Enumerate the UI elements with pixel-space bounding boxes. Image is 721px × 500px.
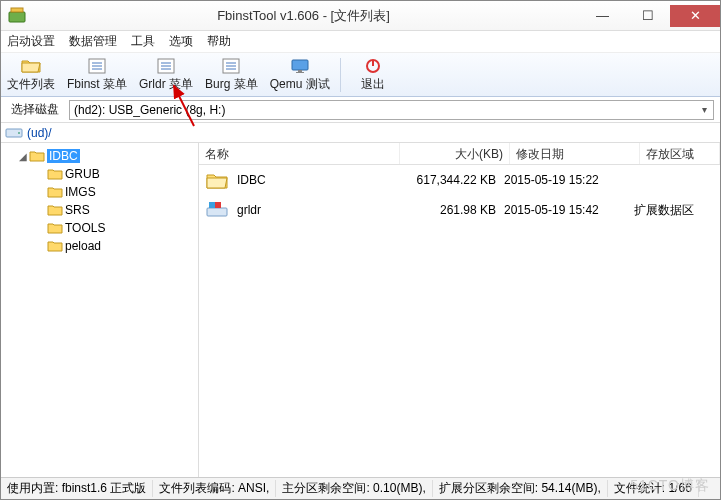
col-name[interactable]: 名称	[199, 143, 400, 164]
drive-file-icon	[205, 198, 229, 222]
folder-icon	[205, 168, 229, 192]
folder-icon	[47, 167, 63, 181]
list-header[interactable]: 名称 大小(KB) 修改日期 存放区域	[199, 143, 720, 165]
toolbar-separator	[340, 58, 341, 92]
disk-row: 选择磁盘 (hd2): USB_Generic (8g, H:) ▾	[1, 97, 720, 123]
maximize-button[interactable]: ☐	[625, 5, 670, 27]
svg-rect-15	[298, 70, 302, 72]
collapse-icon[interactable]: ◢	[17, 151, 29, 162]
list-icon	[221, 57, 241, 75]
tree-node-root[interactable]: ◢ IDBC	[17, 147, 196, 165]
folder-icon	[29, 149, 45, 163]
drive-icon	[5, 126, 23, 140]
tree-node[interactable]: GRUB	[35, 165, 196, 183]
list-row[interactable]: grldr 261.98 KB 2015-05-19 15:42 扩展数据区	[199, 195, 720, 225]
svg-rect-23	[215, 202, 221, 208]
menu-startup[interactable]: 启动设置	[7, 33, 55, 50]
disk-label: 选择磁盘	[1, 101, 69, 118]
breadcrumb-path: (ud)/	[27, 126, 52, 140]
tb-exit[interactable]: 退出	[345, 54, 401, 96]
status-engine: 使用内置: fbinst1.6 正式版	[1, 480, 153, 497]
statusbar: 使用内置: fbinst1.6 正式版 文件列表编码: ANSI, 主分区剩余空…	[1, 477, 720, 499]
monitor-icon	[290, 57, 310, 75]
status-encoding: 文件列表编码: ANSI,	[153, 480, 276, 497]
titlebar: FbinstTool v1.606 - [文件列表] — ☐ ✕	[1, 1, 720, 31]
chevron-down-icon: ▾	[697, 103, 711, 117]
tree-node[interactable]: TOOLS	[35, 219, 196, 237]
file-list: 名称 大小(KB) 修改日期 存放区域 IDBC 617,344.22 KB 2…	[199, 143, 720, 477]
folder-icon	[47, 221, 63, 235]
menu-help[interactable]: 帮助	[207, 33, 231, 50]
exit-icon	[363, 57, 383, 75]
tb-burg-menu[interactable]: Burg 菜单	[199, 54, 264, 96]
col-size[interactable]: 大小(KB)	[400, 143, 510, 164]
svg-rect-14	[292, 60, 308, 70]
toolbar: 文件列表 Fbinst 菜单 Grldr 菜单 Burg 菜单 Qemu 测试 …	[1, 53, 720, 97]
folder-icon	[47, 185, 63, 199]
folder-tree[interactable]: ◢ IDBC GRUB IMGS SRS TOOLS peload	[1, 143, 199, 477]
status-count: 文件统计: 1/66	[608, 480, 699, 497]
window-controls: — ☐ ✕	[580, 5, 720, 27]
menu-options[interactable]: 选项	[169, 33, 193, 50]
svg-rect-0	[9, 12, 25, 22]
list-icon	[87, 57, 107, 75]
svg-rect-21	[207, 208, 227, 216]
menu-data[interactable]: 数据管理	[69, 33, 117, 50]
svg-rect-16	[296, 72, 304, 73]
folder-open-icon	[21, 57, 41, 75]
col-area[interactable]: 存放区域	[640, 143, 720, 164]
status-ext-free: 扩展分区剩余空间: 54.14(MB),	[433, 480, 608, 497]
col-date[interactable]: 修改日期	[510, 143, 640, 164]
tb-grldr-menu[interactable]: Grldr 菜单	[133, 54, 199, 96]
tb-fbinst-menu[interactable]: Fbinst 菜单	[61, 54, 133, 96]
disk-combo[interactable]: (hd2): USB_Generic (8g, H:) ▾	[69, 100, 714, 120]
tree-node[interactable]: IMGS	[35, 183, 196, 201]
main: ◢ IDBC GRUB IMGS SRS TOOLS peload 名称 大小(…	[1, 143, 720, 477]
tb-qemu-test[interactable]: Qemu 测试	[264, 54, 336, 96]
list-icon	[156, 57, 176, 75]
folder-icon	[47, 239, 63, 253]
list-row[interactable]: IDBC 617,344.22 KB 2015-05-19 15:22	[199, 165, 720, 195]
menubar: 启动设置 数据管理 工具 选项 帮助	[1, 31, 720, 53]
svg-point-20	[18, 132, 20, 134]
window-title: FbinstTool v1.606 - [文件列表]	[27, 7, 580, 25]
svg-rect-1	[11, 8, 23, 12]
breadcrumb[interactable]: (ud)/	[1, 123, 720, 143]
close-button[interactable]: ✕	[670, 5, 720, 27]
list-rows: IDBC 617,344.22 KB 2015-05-19 15:22 grld…	[199, 165, 720, 477]
svg-rect-22	[209, 202, 215, 208]
menu-tools[interactable]: 工具	[131, 33, 155, 50]
folder-icon	[47, 203, 63, 217]
disk-value: (hd2): USB_Generic (8g, H:)	[74, 103, 225, 117]
tree-node[interactable]: SRS	[35, 201, 196, 219]
tree-node[interactable]: peload	[35, 237, 196, 255]
minimize-button[interactable]: —	[580, 5, 625, 27]
tb-file-list[interactable]: 文件列表	[1, 54, 61, 96]
app-icon	[7, 6, 27, 26]
status-main-free: 主分区剩余空间: 0.10(MB),	[276, 480, 432, 497]
